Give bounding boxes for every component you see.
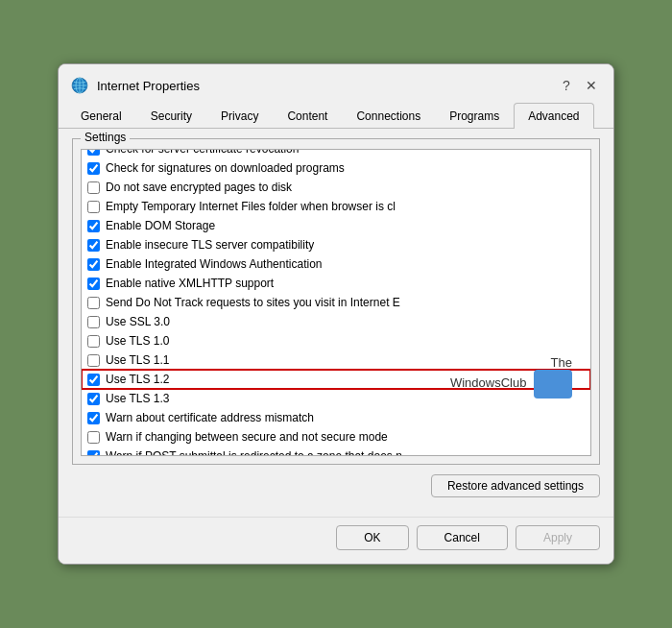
cancel-button[interactable]: Cancel bbox=[417, 525, 508, 550]
dialog-footer: OK Cancel Apply bbox=[59, 517, 613, 564]
setting-item[interactable]: Use SSL 3.0 bbox=[82, 312, 590, 331]
setting-item[interactable]: Check for signatures on downloaded progr… bbox=[82, 158, 590, 178]
tabs-row: General Security Privacy Content Connect… bbox=[59, 103, 613, 129]
setting-item[interactable]: Warn if changing between secure and not … bbox=[82, 427, 590, 447]
setting-checkbox[interactable] bbox=[87, 278, 100, 290]
setting-label: Use TLS 1.1 bbox=[106, 353, 169, 367]
setting-item[interactable]: Use TLS 1.1 bbox=[82, 350, 590, 370]
help-button[interactable]: ? bbox=[556, 75, 577, 96]
setting-checkbox[interactable] bbox=[87, 220, 100, 232]
setting-checkbox[interactable] bbox=[87, 335, 100, 348]
setting-label: Empty Temporary Internet Files folder wh… bbox=[106, 200, 396, 213]
dialog-title: Internet Properties bbox=[97, 79, 556, 93]
setting-label: Warn about certificate address mismatch bbox=[106, 411, 314, 424]
ok-button[interactable]: OK bbox=[336, 525, 408, 550]
tab-security[interactable]: Security bbox=[136, 103, 206, 129]
setting-checkbox[interactable] bbox=[87, 162, 100, 175]
setting-label: Check for signatures on downloaded progr… bbox=[106, 161, 345, 175]
setting-label: Use TLS 1.2 bbox=[106, 373, 169, 386]
setting-checkbox[interactable] bbox=[87, 412, 100, 424]
setting-item[interactable]: Enable DOM Storage bbox=[82, 216, 590, 235]
setting-item[interactable]: Check for server certificate revocation bbox=[82, 149, 590, 158]
tab-general[interactable]: General bbox=[66, 103, 136, 129]
dialog-icon bbox=[70, 76, 89, 95]
settings-list-wrapper: Allow active content to run in files on … bbox=[81, 149, 591, 456]
setting-checkbox[interactable] bbox=[87, 316, 100, 328]
setting-checkbox[interactable] bbox=[87, 239, 100, 252]
setting-checkbox[interactable] bbox=[87, 258, 100, 271]
setting-checkbox[interactable] bbox=[87, 297, 100, 309]
settings-group: Settings Allow active content to run in … bbox=[72, 138, 600, 465]
internet-properties-dialog: Internet Properties ? ✕ General Security… bbox=[58, 63, 614, 565]
settings-legend: Settings bbox=[81, 131, 130, 144]
setting-label: Enable DOM Storage bbox=[106, 219, 215, 232]
setting-item[interactable]: Empty Temporary Internet Files folder wh… bbox=[82, 197, 590, 216]
setting-item[interactable]: Enable insecure TLS server compatibility bbox=[82, 235, 590, 254]
setting-label: Send Do Not Track requests to sites you … bbox=[106, 296, 400, 309]
setting-label: Use SSL 3.0 bbox=[106, 315, 170, 328]
setting-item[interactable]: Warn if POST submittal is redirected to … bbox=[82, 447, 590, 456]
setting-checkbox[interactable] bbox=[87, 181, 100, 194]
restore-row: Restore advanced settings bbox=[72, 474, 600, 497]
setting-checkbox[interactable] bbox=[87, 374, 100, 386]
setting-checkbox[interactable] bbox=[87, 201, 100, 213]
restore-advanced-button[interactable]: Restore advanced settings bbox=[431, 474, 600, 497]
setting-checkbox[interactable] bbox=[87, 450, 100, 457]
setting-item[interactable]: Use TLS 1.0 bbox=[82, 331, 590, 350]
tab-advanced[interactable]: Advanced bbox=[514, 103, 593, 129]
setting-checkbox[interactable] bbox=[87, 431, 100, 444]
setting-item[interactable]: Do not save encrypted pages to disk bbox=[82, 178, 590, 197]
setting-label: Warn if POST submittal is redirected to … bbox=[106, 449, 402, 456]
setting-label: Use TLS 1.3 bbox=[106, 392, 169, 405]
title-bar: Internet Properties ? ✕ bbox=[59, 64, 613, 99]
settings-list[interactable]: Allow active content to run in files on … bbox=[81, 149, 591, 456]
setting-checkbox[interactable] bbox=[87, 149, 100, 156]
setting-label: Enable native XMLHTTP support bbox=[106, 277, 274, 290]
setting-item[interactable]: Send Do Not Track requests to sites you … bbox=[82, 293, 590, 312]
close-button[interactable]: ✕ bbox=[581, 75, 602, 96]
setting-checkbox[interactable] bbox=[87, 354, 100, 367]
setting-label: Enable insecure TLS server compatibility bbox=[106, 238, 314, 252]
tab-programs[interactable]: Programs bbox=[435, 103, 514, 129]
setting-item[interactable]: Enable Integrated Windows Authentication bbox=[82, 254, 590, 274]
apply-button[interactable]: Apply bbox=[516, 525, 600, 550]
setting-item[interactable]: Enable native XMLHTTP support bbox=[82, 274, 590, 293]
dialog-body: Settings Allow active content to run in … bbox=[59, 129, 613, 517]
setting-label: Warn if changing between secure and not … bbox=[106, 430, 388, 444]
tab-privacy[interactable]: Privacy bbox=[206, 103, 273, 129]
title-bar-controls: ? ✕ bbox=[556, 75, 602, 96]
tab-content[interactable]: Content bbox=[273, 103, 342, 129]
setting-checkbox[interactable] bbox=[87, 393, 100, 405]
setting-item[interactable]: Use TLS 1.2 bbox=[82, 370, 590, 389]
setting-label: Enable Integrated Windows Authentication bbox=[106, 257, 322, 271]
setting-label: Use TLS 1.0 bbox=[106, 334, 169, 348]
setting-label: Do not save encrypted pages to disk bbox=[106, 181, 292, 194]
tab-connections[interactable]: Connections bbox=[342, 103, 435, 129]
setting-label: Check for server certificate revocation bbox=[106, 149, 299, 156]
setting-item[interactable]: Warn about certificate address mismatch bbox=[82, 408, 590, 427]
setting-item[interactable]: Use TLS 1.3 bbox=[82, 389, 590, 408]
